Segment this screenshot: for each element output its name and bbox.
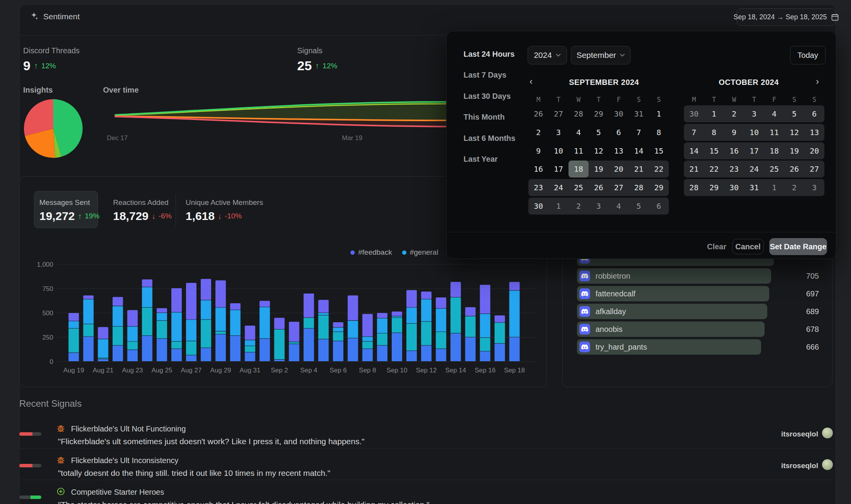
day-cell[interactable]: 15 [649, 142, 669, 159]
day-cell[interactable]: 24 [744, 161, 764, 178]
day-cell[interactable]: 4 [568, 124, 589, 141]
day-cell[interactable]: 17 [744, 142, 764, 159]
day-cell[interactable]: 1 [649, 105, 669, 122]
day-cell[interactable]: 3 [744, 105, 764, 122]
day-cell[interactable]: 22 [649, 161, 669, 178]
day-cell[interactable]: 31 [744, 179, 764, 196]
day-cell[interactable]: 25 [764, 161, 784, 178]
day-cell[interactable]: 7 [629, 124, 649, 141]
day-cell[interactable]: 19 [784, 142, 804, 159]
day-cell[interactable]: 4 [764, 105, 784, 122]
day-cell[interactable]: 14 [629, 142, 649, 159]
quick-range-last-30-days[interactable]: Last 30 Days [464, 92, 511, 101]
day-cell[interactable]: 5 [629, 198, 649, 215]
day-cell[interactable]: 28 [568, 105, 589, 122]
day-cell[interactable]: 8 [704, 124, 724, 141]
day-cell[interactable]: 30 [684, 105, 704, 122]
quick-range-last-6-months[interactable]: Last 6 Months [464, 134, 515, 143]
day-cell[interactable]: 26 [528, 105, 548, 122]
leaderboard-row[interactable]: try_hard_pants666 [577, 339, 818, 355]
day-cell[interactable]: 19 [589, 161, 609, 178]
day-cell[interactable]: 30 [609, 105, 629, 122]
leaderboard-row[interactable]: afkallday689 [577, 304, 818, 319]
day-cell[interactable]: 16 [528, 161, 548, 178]
day-cell[interactable]: 1 [704, 105, 724, 122]
leaderboard-row[interactable]: fattenedcalf697 [577, 286, 818, 301]
day-cell[interactable]: 30 [528, 198, 548, 215]
day-cell[interactable]: 20 [804, 142, 824, 159]
day-cell[interactable]: 16 [724, 142, 744, 159]
quick-range-last-year[interactable]: Last Year [464, 155, 498, 164]
day-cell[interactable]: 18 [568, 161, 589, 178]
month-select[interactable]: September [571, 46, 631, 64]
day-cell[interactable]: 14 [684, 142, 704, 159]
day-cell[interactable]: 26 [784, 161, 804, 178]
day-cell[interactable]: 26 [589, 179, 609, 196]
date-range-button[interactable]: Sep 18, 2024 → Sep 18, 2025 [736, 8, 836, 26]
signal-row[interactable]: Competitive Starter Heroes"The starter h… [0, 484, 851, 504]
day-cell[interactable]: 2 [724, 105, 744, 122]
day-cell[interactable]: 29 [589, 105, 609, 122]
day-cell[interactable]: 6 [609, 124, 629, 141]
day-cell[interactable]: 27 [609, 179, 629, 196]
day-cell[interactable]: 27 [804, 161, 824, 178]
day-cell[interactable]: 11 [568, 142, 589, 159]
signal-row[interactable]: Flickerblade's Ult Not Functioning"Flick… [0, 421, 851, 452]
day-cell[interactable]: 3 [548, 124, 568, 141]
day-cell[interactable]: 2 [528, 124, 548, 141]
day-cell[interactable]: 3 [589, 198, 609, 215]
today-button[interactable]: Today [790, 46, 826, 64]
day-cell[interactable]: 13 [609, 142, 629, 159]
day-cell[interactable]: 9 [528, 142, 548, 159]
day-cell[interactable]: 8 [649, 124, 669, 141]
year-select[interactable]: 2024 [528, 46, 567, 64]
leaderboard-row[interactable]: robbietron705 [577, 268, 818, 284]
set-date-range-button[interactable]: Set Date Range [769, 238, 827, 255]
prev-month-arrow[interactable]: ‹ [530, 76, 533, 87]
day-cell[interactable]: 21 [629, 161, 649, 178]
day-cell[interactable]: 3 [804, 179, 824, 196]
day-cell[interactable]: 2 [568, 198, 589, 215]
day-cell[interactable]: 15 [704, 142, 724, 159]
day-cell[interactable]: 1 [548, 198, 568, 215]
leaderboard-row[interactable]: anoobis678 [577, 321, 818, 337]
day-cell[interactable]: 11 [764, 124, 784, 141]
day-cell[interactable]: 10 [744, 124, 764, 141]
day-cell[interactable]: 23 [528, 179, 548, 196]
cancel-button[interactable]: Cancel [732, 239, 764, 254]
day-cell[interactable]: 4 [609, 198, 629, 215]
day-cell[interactable]: 24 [548, 179, 568, 196]
day-cell[interactable]: 12 [784, 124, 804, 141]
clear-button[interactable]: Clear [701, 238, 732, 255]
day-cell[interactable]: 29 [649, 179, 669, 196]
next-month-arrow[interactable]: › [816, 76, 819, 87]
quick-range-last-24-hours[interactable]: Last 24 Hours [464, 50, 514, 59]
day-cell[interactable]: 23 [724, 161, 744, 178]
day-cell[interactable]: 20 [609, 161, 629, 178]
day-cell[interactable]: 31 [629, 105, 649, 122]
day-cell[interactable]: 18 [764, 142, 784, 159]
day-cell[interactable]: 28 [629, 179, 649, 196]
day-cell[interactable]: 27 [548, 105, 568, 122]
day-cell[interactable]: 5 [589, 124, 609, 141]
day-cell[interactable]: 22 [704, 161, 724, 178]
day-cell[interactable]: 9 [724, 124, 744, 141]
day-cell[interactable]: 7 [684, 124, 704, 141]
day-cell[interactable]: 1 [764, 179, 784, 196]
day-cell[interactable]: 17 [548, 161, 568, 178]
day-cell[interactable]: 2 [784, 179, 804, 196]
day-cell[interactable]: 30 [724, 179, 744, 196]
day-cell[interactable]: 25 [568, 179, 589, 196]
quick-range-last-7-days[interactable]: Last 7 Days [464, 71, 506, 79]
day-cell[interactable]: 10 [548, 142, 568, 159]
day-cell[interactable]: 5 [784, 105, 804, 122]
day-cell[interactable]: 21 [684, 161, 704, 178]
signal-row[interactable]: Flickerblade's Ult Inconsistency"totally… [0, 452, 851, 483]
day-cell[interactable]: 13 [804, 124, 824, 141]
day-cell[interactable]: 6 [804, 105, 824, 122]
day-cell[interactable]: 12 [589, 142, 609, 159]
quick-range-this-month[interactable]: This Month [464, 113, 505, 122]
day-cell[interactable]: 6 [649, 198, 669, 215]
day-cell[interactable]: 29 [704, 179, 724, 196]
day-cell[interactable]: 28 [684, 179, 704, 196]
